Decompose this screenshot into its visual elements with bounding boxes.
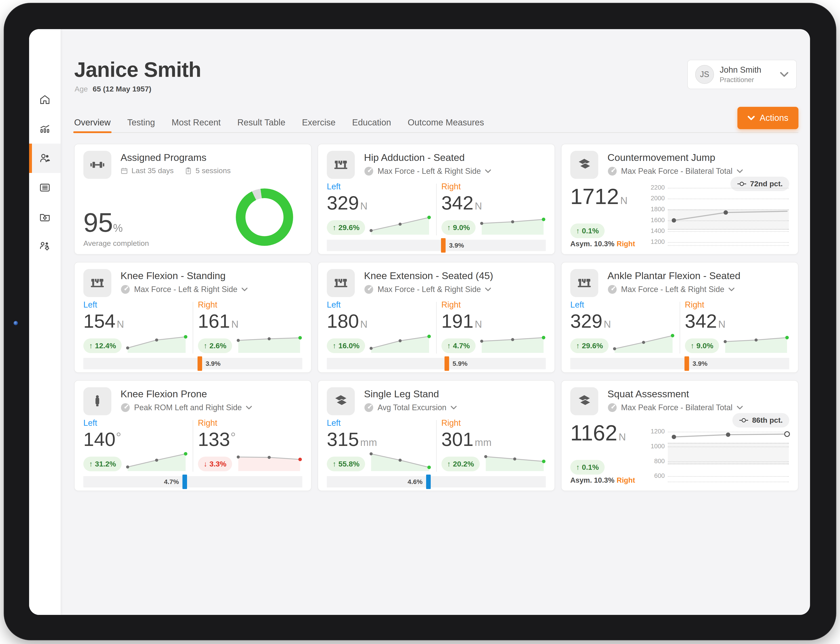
asymmetry-summary: Asym. 10.3%Right: [570, 240, 635, 248]
sidebar-item-home[interactable]: [29, 85, 61, 114]
left-label: Left: [84, 301, 188, 309]
sidebar-item-analytics[interactable]: [29, 114, 61, 144]
calendar-icon: [121, 167, 128, 174]
chevron-down-icon: [485, 169, 491, 173]
right-label: Right: [441, 301, 546, 309]
right-value: 161N: [198, 312, 303, 330]
right-sparkline: [480, 332, 546, 353]
right-trend-badge: ↑9.0%: [685, 338, 719, 353]
card-countermovement-jump: Countermovement Jump Max Peak Force - Bi…: [561, 144, 798, 255]
card-grid: Assigned Programs Last 35 days 5 session…: [74, 144, 798, 491]
gauge-icon: [121, 284, 130, 294]
left-value: 329N: [570, 312, 675, 330]
tab-exercise[interactable]: Exercise: [302, 118, 335, 132]
right-sparkline: [236, 450, 302, 472]
right-value: 133°: [198, 430, 303, 449]
forcedecks-icon: [570, 151, 598, 179]
asymmetry-bar: 3.9% Asymmetry: [84, 358, 302, 373]
right-trend-badge: ↑2.6%: [198, 338, 233, 353]
trend-badge: ↑0.1%: [570, 223, 605, 238]
home-icon: [39, 94, 51, 105]
divider: [193, 302, 193, 353]
left-sparkline: [369, 450, 431, 472]
trend-chart: 12001000800600: [649, 420, 790, 485]
forceframe-icon: [84, 269, 111, 297]
right-sparkline: [723, 332, 789, 353]
card-title: Countermovement Jump: [607, 152, 789, 163]
patients-icon: [39, 152, 51, 164]
forceframe-icon: [327, 269, 355, 297]
sidebar-item-patients[interactable]: [29, 144, 61, 173]
main-content: Janice Smith Age65 (12 May 1957) JS John…: [61, 29, 810, 615]
right-label: Right: [198, 419, 303, 427]
sidebar: [29, 29, 61, 615]
sidebar-item-programs[interactable]: [29, 202, 61, 232]
card-title: Squat Assessment: [607, 389, 789, 399]
left-label: Left: [84, 419, 188, 427]
card-knee-flexion-standing: Knee Flexion - Standing Max Force - Left…: [74, 262, 311, 373]
gauge-icon: [607, 284, 617, 294]
card-single-leg-stand: Single Leg Stand Avg Total Excursion Lef…: [318, 380, 555, 491]
right-sparkline: [480, 214, 546, 235]
tab-outcome-measures[interactable]: Outcome Measures: [408, 118, 484, 132]
divider: [436, 302, 437, 353]
asymmetry-bar: 4.7% Asymmetry: [84, 476, 302, 491]
total-value: 1162N: [570, 422, 642, 444]
left-trend-badge: ↑16.0%: [327, 338, 365, 353]
actions-button[interactable]: Actions: [737, 107, 798, 129]
metric-selector[interactable]: Peak ROM Left and Right Side: [121, 403, 302, 412]
divider: [193, 420, 193, 472]
metric-selector[interactable]: Max Peak Force - Bilateral Total: [607, 166, 789, 176]
right-value: 191N: [441, 312, 546, 330]
tab-overview[interactable]: Overview: [74, 118, 111, 132]
right-sparkline: [484, 450, 546, 472]
card-title: Knee Extension - Seated (45): [364, 270, 546, 281]
left-value: 329N: [327, 194, 431, 212]
tab-result-table[interactable]: Result Table: [237, 118, 285, 132]
right-value: 342N: [441, 194, 546, 212]
card-title: Knee Flexion - Standing: [121, 270, 302, 281]
left-value: 154N: [84, 312, 188, 330]
practitioner-name: John Smith: [720, 65, 779, 75]
left-label: Left: [327, 182, 431, 191]
metric-selector[interactable]: Max Force - Left & Right Side: [364, 284, 546, 294]
sidebar-item-admin[interactable]: [29, 232, 61, 261]
right-trend-badge: ↓3.3%: [198, 457, 233, 471]
practitioner-role: Practitioner: [720, 76, 779, 84]
left-sparkline: [126, 450, 188, 472]
metric-selector[interactable]: Avg Total Excursion: [364, 403, 546, 412]
chevron-down-icon: [728, 287, 735, 292]
metric-selector[interactable]: Max Force - Left & Right Side: [121, 284, 302, 294]
right-sparkline: [236, 332, 302, 353]
card-knee-flexion-prone: Knee Flexion Prone Peak ROM Left and Rig…: [74, 380, 311, 491]
card-title: Single Leg Stand: [364, 389, 546, 399]
divider: [680, 302, 680, 353]
tab-most-recent[interactable]: Most Recent: [172, 118, 221, 132]
practitioner-selector[interactable]: JS John Smith Practitioner: [687, 60, 797, 89]
forcedecks-icon: [570, 387, 598, 415]
left-value: 180N: [327, 312, 431, 330]
average-completion: 95% Average completion: [84, 209, 149, 248]
tab-testing[interactable]: Testing: [127, 118, 155, 132]
chevron-down-icon: [747, 116, 755, 120]
right-label: Right: [685, 301, 789, 309]
left-value: 140°: [84, 430, 188, 449]
avatar: JS: [695, 65, 714, 84]
gauge-icon: [364, 284, 373, 294]
tab-education[interactable]: Education: [352, 118, 391, 132]
clipboard-icon: [185, 167, 192, 174]
metric-selector[interactable]: Max Force - Left & Right Side: [607, 284, 789, 294]
card-title: Knee Flexion Prone: [121, 389, 302, 399]
metric-selector[interactable]: Max Force - Left & Right Side: [364, 166, 546, 176]
card-title: Ankle Plantar Flexion - Seated: [607, 270, 789, 281]
right-trend-badge: ↑4.7%: [441, 338, 476, 353]
metric-selector[interactable]: Max Peak Force - Bilateral Total: [607, 403, 789, 412]
tablet-camera: [13, 321, 18, 325]
trend-chart: 220020001800160014001200: [649, 183, 790, 248]
chevron-down-icon: [779, 72, 789, 77]
chevron-down-icon: [737, 169, 743, 173]
card-ankle-plantar-flexion: Ankle Plantar Flexion - Seated Max Force…: [561, 262, 798, 373]
sidebar-item-records[interactable]: [29, 173, 61, 202]
right-label: Right: [441, 419, 546, 427]
gauge-icon: [364, 403, 373, 412]
